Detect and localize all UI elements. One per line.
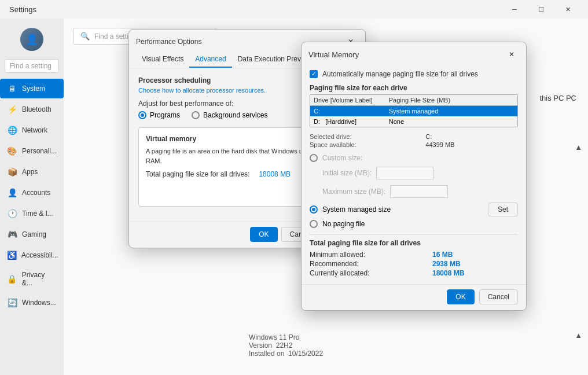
sidebar-item-label: Accounts [22, 189, 50, 197]
vm-title-bar: Virtual Memory ✕ [302, 42, 526, 65]
sidebar-item-gaming[interactable]: 🎮 Gaming [0, 225, 64, 244]
accessibility-icon: ♿ [7, 250, 17, 260]
sidebar-item-windows[interactable]: 🔄 Windows... [0, 293, 64, 312]
sidebar-item-time[interactable]: 🕐 Time & l... [0, 204, 64, 223]
vm-dialog-title: Virtual Memory [308, 50, 504, 59]
vm-options-group: Custom size: Initial size (MB): Maximum … [310, 154, 518, 228]
min-allowed-label: Minimum allowed: [310, 251, 423, 259]
max-size-label: Maximum size (MB): [322, 188, 385, 196]
chevron-up-icon[interactable]: ▲ [575, 143, 582, 152]
sidebar-item-privacy[interactable]: 🔒 Privacy &... [0, 266, 64, 292]
chevron-down-icon[interactable]: ▲ [575, 331, 582, 340]
auto-manage-label: Automatically manage paging file size fo… [322, 70, 478, 78]
sidebar-item-accounts[interactable]: 👤 Accounts [0, 183, 64, 203]
window-controls: ─ ☐ ✕ [501, 0, 581, 19]
vm-dialog-body: Automatically manage paging file size fo… [302, 65, 526, 284]
drive-c-size: System managed [389, 108, 514, 115]
sidebar-search[interactable]: Find a setting [5, 59, 59, 73]
set-button[interactable]: Set [488, 203, 518, 216]
os-label: Windows 11 Pro [249, 333, 299, 341]
sidebar: 👤 Find a setting 🖥 System ⚡ Bluetooth 🌐 … [0, 19, 64, 375]
radio-programs[interactable]: Programs [138, 111, 180, 119]
radio-background[interactable]: Background services [192, 111, 267, 119]
drive-row-d[interactable]: D: [Harddrive] None [310, 116, 517, 127]
virtual-memory-dialog: Virtual Memory ✕ Automatically manage pa… [301, 42, 527, 311]
paging-section-label: Paging file size for each drive [310, 84, 518, 92]
vm-totals-section: Total paging file size for all drives Mi… [310, 234, 518, 277]
col-size-label: Paging File Size (MB) [389, 97, 514, 104]
personalization-icon: 🎨 [7, 146, 17, 156]
sidebar-item-label: Accessibil... [21, 251, 58, 259]
recommended-label: Recommended: [310, 260, 423, 268]
bluetooth-icon: ⚡ [7, 104, 17, 115]
allocated-label: Currently allocated: [310, 269, 423, 277]
windows-icon: 🔄 [7, 297, 17, 308]
sidebar-item-label: Privacy &... [22, 271, 57, 287]
sidebar-item-label: Network [22, 126, 47, 134]
minimize-button[interactable]: ─ [501, 0, 528, 19]
custom-size-option[interactable]: Custom size: [310, 154, 518, 162]
sidebar-item-system[interactable]: 🖥 System [0, 79, 64, 98]
space-available-value: 44399 MB [425, 141, 518, 148]
auto-manage-checkbox[interactable] [310, 70, 318, 78]
no-paging-option[interactable]: No paging file [310, 220, 518, 228]
system-managed-radio[interactable] [310, 205, 318, 214]
initial-size-input[interactable] [376, 167, 434, 179]
auto-manage-row: Automatically manage paging file size fo… [310, 70, 518, 78]
drive-c-label: C: [314, 108, 389, 115]
selected-drive-value: C: [425, 133, 518, 140]
programs-radio-button[interactable] [138, 111, 146, 119]
installed-value: 10/15/2022 [288, 350, 323, 358]
maximize-button[interactable]: ☐ [528, 0, 554, 19]
ok-button[interactable]: OK [250, 227, 277, 242]
gaming-icon: 🎮 [7, 229, 17, 240]
custom-size-radio[interactable] [310, 154, 318, 162]
programs-label: Programs [150, 111, 180, 119]
time-icon: 🕐 [7, 208, 17, 219]
vm-ok-button[interactable]: OK [447, 289, 474, 304]
system-icon: 🖥 [7, 83, 17, 94]
avatar: 👤 [20, 28, 43, 51]
version-value: 22H2 [276, 341, 293, 350]
system-managed-label: System managed size [322, 205, 391, 214]
no-paging-radio[interactable] [310, 220, 318, 228]
allocated-value: 18008 MB [432, 269, 518, 277]
system-managed-option[interactable]: System managed size [310, 205, 483, 214]
initial-size-row: Initial size (MB): [310, 167, 518, 179]
sidebar-item-label: Bluetooth [22, 105, 52, 113]
sidebar-item-accessibility[interactable]: ♿ Accessibil... [0, 245, 64, 265]
tab-advanced[interactable]: Advanced [189, 52, 231, 68]
min-allowed-value: 16 MB [432, 251, 518, 259]
apps-icon: 📦 [7, 167, 17, 177]
max-size-input[interactable] [390, 185, 448, 198]
selected-drive-label: Selected drive: [310, 133, 420, 140]
sidebar-item-label: Time & l... [22, 209, 53, 218]
totals-title: Total paging file size for all drives [310, 239, 518, 247]
version-label: Version [249, 341, 272, 350]
installed-label: Installed on [249, 350, 284, 358]
background-radio-button[interactable] [192, 111, 200, 119]
window-close-button[interactable]: ✕ [554, 0, 581, 19]
sidebar-item-label: Windows... [22, 299, 56, 307]
sidebar-item-personalization[interactable]: 🎨 Personali... [0, 141, 64, 161]
sidebar-item-network[interactable]: 🌐 Network [0, 120, 64, 140]
vm-cancel-button[interactable]: Cancel [479, 289, 518, 304]
sidebar-item-label: Gaming [22, 230, 46, 238]
network-icon: 🌐 [7, 125, 17, 135]
sidebar-item-bluetooth[interactable]: ⚡ Bluetooth [0, 100, 64, 119]
sidebar-item-label: System [22, 84, 45, 93]
vm-dialog-footer: OK Cancel [302, 284, 526, 310]
drive-d-label: D: [Harddrive] [314, 118, 389, 125]
no-paging-label: No paging file [322, 220, 365, 228]
tab-visual-effects[interactable]: Visual Effects [136, 52, 189, 68]
drive-info-grid: Selected drive: C: Space available: 4439… [310, 133, 518, 148]
sidebar-item-apps[interactable]: 📦 Apps [0, 162, 64, 182]
col-drive-label: Drive [Volume Label] [314, 97, 389, 104]
vm-close-button[interactable]: ✕ [504, 47, 519, 62]
drive-d-size: None [389, 118, 514, 125]
paging-total-label: Total paging file size for all drives: [146, 170, 249, 178]
privacy-icon: 🔒 [7, 274, 17, 284]
sidebar-item-label: Apps [22, 168, 38, 176]
accounts-icon: 👤 [7, 188, 17, 198]
drive-row-c[interactable]: C: System managed [310, 106, 517, 116]
